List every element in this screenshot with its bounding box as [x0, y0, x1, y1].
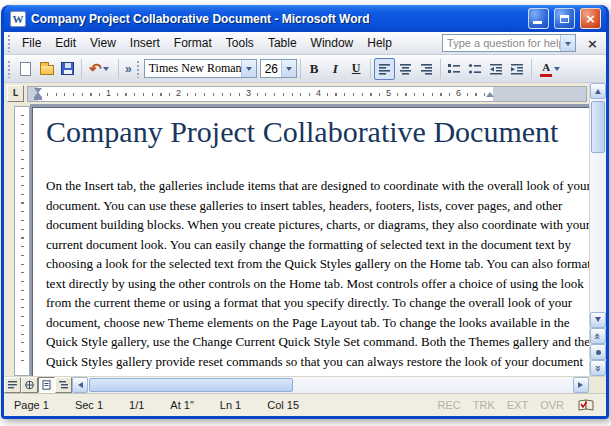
new-document-button[interactable]	[15, 58, 36, 80]
font-name-combo[interactable]: Times New Roman	[144, 59, 257, 78]
ruler-right-margin-zone	[493, 87, 586, 101]
maximize-icon	[560, 15, 569, 23]
menu-insert[interactable]: Insert	[123, 33, 167, 53]
font-color-icon: A	[540, 61, 552, 77]
standard-toolbar-grip[interactable]	[7, 60, 12, 78]
next-page-button[interactable]: «	[590, 360, 606, 376]
menu-bar: File Edit View Insert Format Tools Table…	[4, 32, 606, 55]
outline-view-button[interactable]	[55, 377, 72, 393]
help-question-box[interactable]: Type a question for help	[442, 34, 576, 52]
maximize-button[interactable]	[554, 8, 575, 29]
word-app-icon[interactable]: W	[10, 11, 26, 27]
align-center-icon	[399, 63, 412, 75]
minimize-button[interactable]	[528, 8, 549, 29]
align-center-button[interactable]	[395, 58, 416, 80]
web-layout-view-button[interactable]	[21, 377, 38, 393]
horizontal-scroll-track[interactable]	[88, 377, 573, 393]
ruler-number: 6	[455, 88, 462, 98]
bold-button[interactable]: B	[304, 58, 325, 80]
menu-tools[interactable]: Tools	[219, 33, 261, 53]
scroll-down-button[interactable]	[590, 312, 606, 328]
horizontal-scroll-thumb[interactable]	[89, 378, 293, 392]
body-line: On the Insert tab, the galleries include…	[46, 176, 589, 196]
help-question-placeholder: Type a question for help	[443, 37, 560, 49]
help-dropdown-button[interactable]	[560, 35, 575, 51]
bulleted-list-button[interactable]	[465, 58, 486, 80]
previous-page-button[interactable]: «	[590, 328, 606, 344]
numbered-list-button[interactable]	[444, 58, 465, 80]
chevron-down-icon	[246, 67, 252, 74]
vertical-scroll-track[interactable]	[590, 99, 606, 312]
italic-icon: I	[333, 61, 338, 77]
status-at: At 1"	[170, 399, 193, 411]
align-left-button[interactable]	[374, 58, 395, 80]
vertical-ruler[interactable]	[14, 106, 30, 376]
scroll-up-button[interactable]	[590, 83, 606, 99]
screenshot-canvas: W Company Project Collaborative Document…	[0, 0, 611, 426]
menu-format[interactable]: Format	[167, 33, 219, 53]
scroll-right-button[interactable]	[573, 377, 589, 393]
menu-edit[interactable]: Edit	[48, 33, 83, 53]
font-color-button[interactable]: A	[535, 58, 567, 80]
font-size-dropdown[interactable]	[281, 60, 296, 77]
align-right-button[interactable]	[416, 58, 437, 80]
left-indent-marker[interactable]	[34, 97, 42, 100]
menubar-grip[interactable]	[7, 34, 12, 52]
status-toggles: REC TRK EXT OVR	[438, 399, 564, 411]
undo-icon: ↶	[89, 62, 102, 76]
print-layout-view-button[interactable]	[38, 377, 55, 393]
font-name-dropdown[interactable]	[241, 60, 256, 77]
close-button[interactable]: ×	[580, 8, 601, 29]
body-line: document. You can use these galleries to…	[46, 196, 589, 216]
ruler-row: L 1 2 3 4 5 6	[4, 83, 589, 104]
normal-view-button[interactable]	[4, 377, 21, 393]
ruler-number: 4	[315, 88, 322, 98]
select-browse-object-button[interactable]	[590, 344, 606, 360]
ruler-number: 2	[175, 88, 182, 98]
toolbar-separator	[370, 59, 371, 79]
toolbar-options-button[interactable]: »	[122, 62, 135, 76]
undo-button[interactable]: ↶	[85, 58, 115, 80]
new-document-icon	[20, 62, 31, 76]
toggle-rec[interactable]: REC	[438, 399, 461, 411]
menu-help[interactable]: Help	[360, 33, 399, 53]
font-color-dropdown[interactable]	[552, 63, 561, 74]
scrollbar-corner	[589, 377, 606, 393]
font-size-combo[interactable]: 26	[260, 59, 297, 78]
menu-table[interactable]: Table	[261, 33, 304, 53]
vertical-scrollbar[interactable]: « «	[589, 83, 606, 376]
menu-window[interactable]: Window	[304, 33, 361, 53]
scroll-left-button[interactable]	[72, 377, 88, 393]
toolbar-separator	[440, 59, 441, 79]
close-document-button[interactable]: ×	[583, 37, 602, 50]
undo-dropdown[interactable]	[102, 63, 111, 74]
document-title-text: Company Project Collaborative Document	[46, 112, 589, 152]
menu-view[interactable]: View	[83, 33, 123, 53]
open-folder-icon	[40, 65, 54, 75]
document-page[interactable]: Company Project Collaborative Document O…	[32, 107, 589, 376]
title-bar[interactable]: W Company Project Collaborative Document…	[4, 5, 606, 32]
spelling-status-icon[interactable]	[578, 399, 596, 412]
ruler-number: 5	[385, 88, 392, 98]
horizontal-ruler[interactable]: 1 2 3 4 5 6	[27, 86, 587, 102]
toolbar-separator	[300, 59, 301, 79]
right-indent-marker[interactable]	[486, 92, 494, 97]
toggle-ovr[interactable]: OVR	[540, 399, 564, 411]
italic-button[interactable]: I	[325, 58, 346, 80]
open-button[interactable]	[36, 58, 57, 80]
tab-stop-selector[interactable]: L	[7, 85, 24, 102]
vertical-scroll-thumb[interactable]	[591, 101, 605, 153]
decrease-indent-button[interactable]	[486, 58, 507, 80]
increase-indent-icon	[510, 63, 524, 75]
menu-file[interactable]: File	[15, 33, 48, 53]
body-line: document building blocks. When you creat…	[46, 215, 589, 235]
arrow-down-icon	[595, 317, 601, 325]
toggle-trk[interactable]: TRK	[473, 399, 495, 411]
underline-button[interactable]: U	[346, 58, 367, 80]
toggle-ext[interactable]: EXT	[507, 399, 528, 411]
increase-indent-button[interactable]	[507, 58, 528, 80]
save-button[interactable]	[57, 58, 78, 80]
formatting-toolbar-grip[interactable]	[136, 60, 141, 78]
body-line: text directly by using the other control…	[46, 274, 589, 294]
window-title: Company Project Collaborative Document -…	[31, 12, 523, 26]
